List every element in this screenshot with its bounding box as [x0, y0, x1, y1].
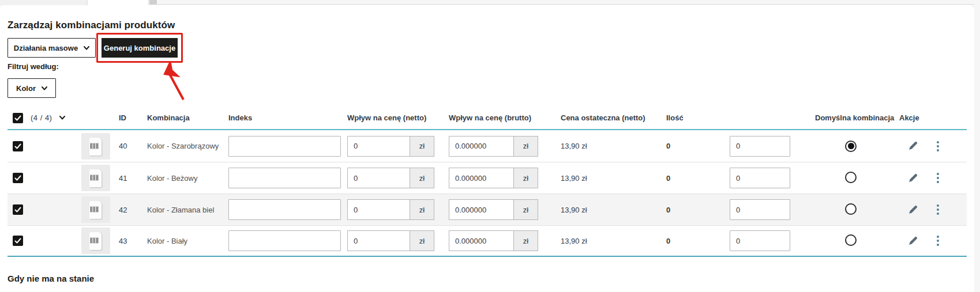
quantity-input[interactable]	[730, 136, 790, 157]
col-header-impact-netto: Wpływ na cenę (netto)	[347, 113, 449, 122]
final-price: 13,90 zł	[561, 174, 666, 183]
combination-id: 43	[119, 237, 147, 245]
col-header-actions: Akcje	[899, 113, 967, 122]
final-price: 13,90 zł	[561, 206, 666, 214]
currency-addon: zł	[513, 136, 538, 157]
product-thumbnail	[81, 196, 110, 223]
combination-id: 40	[119, 142, 147, 150]
kebab-menu-icon[interactable]	[937, 173, 939, 183]
default-combination-radio[interactable]	[845, 172, 857, 183]
tab-inactive[interactable]	[0, 0, 87, 5]
col-header-id: ID	[119, 113, 147, 122]
kebab-menu-icon[interactable]	[937, 204, 939, 215]
currency-addon: zł	[410, 230, 434, 251]
row-checkbox[interactable]	[13, 204, 23, 215]
index-input[interactable]	[228, 168, 341, 188]
impact-brutto-input[interactable]	[449, 230, 513, 251]
quantity-input[interactable]	[730, 168, 790, 188]
stock-value: 0	[666, 142, 730, 150]
tab-edge	[149, 0, 157, 5]
row-checkbox[interactable]	[13, 236, 23, 246]
combination-name: Kolor - Szarobrązowy	[147, 142, 228, 150]
select-all-checkbox[interactable]	[13, 113, 23, 123]
col-header-impact-brutto: Wpływ na cenę (brutto)	[449, 113, 561, 122]
generate-combinations-button[interactable]: Generuj kombinacje	[102, 38, 178, 58]
edit-pencil-icon[interactable]	[908, 173, 918, 183]
col-header-combination: Kombinacja	[147, 113, 228, 122]
bulk-actions-dropdown[interactable]: Działania masowe	[7, 38, 96, 58]
filter-attribute-dropdown[interactable]: Kolor	[7, 78, 56, 98]
currency-addon: zł	[513, 230, 538, 251]
combinations-table: (4 / 4) ID Kombinacja Indeks Wpływ na ce…	[7, 107, 967, 257]
currency-addon: zł	[410, 168, 434, 188]
quantity-input[interactable]	[730, 230, 790, 251]
kebab-menu-icon[interactable]	[937, 141, 939, 151]
impact-netto-input[interactable]	[347, 168, 410, 188]
table-header-row: (4 / 4) ID Kombinacja Indeks Wpływ na ce…	[7, 107, 967, 130]
index-input[interactable]	[228, 136, 341, 157]
product-tabs-strip	[0, 0, 980, 5]
edit-pencil-icon[interactable]	[908, 236, 918, 246]
product-thumbnail	[81, 133, 110, 160]
index-input[interactable]	[228, 199, 341, 220]
stock-value: 0	[666, 174, 730, 183]
annotation-highlight-box: Generuj kombinacje	[96, 33, 183, 63]
index-input[interactable]	[228, 230, 341, 251]
stock-value: 0	[666, 237, 730, 245]
default-combination-radio[interactable]	[845, 203, 857, 215]
combination-name: Kolor - Biały	[147, 237, 228, 245]
row-checkbox[interactable]	[13, 173, 23, 183]
impact-netto-input[interactable]	[347, 230, 410, 251]
impact-netto-input[interactable]	[347, 136, 410, 157]
combination-id: 42	[119, 206, 147, 214]
final-price: 13,90 zł	[561, 142, 666, 150]
col-header-stock: Ilość	[666, 113, 730, 122]
col-header-final-price: Cena ostateczna (netto)	[561, 113, 666, 122]
combination-name: Kolor - Beżowy	[147, 174, 228, 183]
currency-addon: zł	[513, 168, 538, 188]
table-row: 41 Kolor - Beżowy zł zł 13,90 zł 0	[7, 162, 967, 194]
impact-netto-input[interactable]	[347, 199, 410, 220]
kebab-menu-icon[interactable]	[937, 236, 939, 246]
row-checkbox[interactable]	[13, 141, 23, 151]
default-combination-radio[interactable]	[845, 141, 857, 152]
selection-count: (4 / 4)	[31, 113, 52, 122]
currency-addon: zł	[410, 199, 434, 220]
impact-brutto-input[interactable]	[449, 199, 513, 220]
impact-brutto-input[interactable]	[449, 136, 513, 157]
impact-brutto-input[interactable]	[449, 168, 513, 188]
combinations-panel: Zarządzaj kombinacjami produktów Działan…	[0, 5, 974, 292]
product-thumbnail	[81, 165, 110, 191]
bulk-actions-label: Działania masowe	[14, 44, 78, 52]
page-title: Zarządzaj kombinacjami produktów	[7, 20, 175, 31]
col-header-default: Domyślna kombinacja	[815, 113, 899, 122]
filter-selected-value: Kolor	[16, 84, 36, 93]
filter-by-label: Filtruj według:	[7, 62, 59, 71]
table-row: 43 Kolor - Biały zł zł 13,90 zł 0	[7, 225, 967, 257]
table-row: 42 Kolor - Złamana biel zł zł 13,90 zł 0	[7, 194, 967, 225]
tabs-bottom-border	[157, 4, 974, 5]
stock-value: 0	[666, 206, 730, 214]
edit-pencil-icon[interactable]	[908, 141, 918, 151]
default-combination-radio[interactable]	[845, 234, 857, 246]
annotation-arrow	[156, 62, 196, 105]
combination-name: Kolor - Złamana biel	[147, 206, 228, 214]
product-thumbnail	[81, 227, 110, 254]
chevron-down-icon[interactable]	[59, 116, 65, 120]
table-row: 40 Kolor - Szarobrązowy zł zł 13,90 zł 0	[7, 130, 967, 162]
chevron-down-icon	[42, 86, 47, 90]
currency-addon: zł	[513, 199, 538, 220]
currency-addon: zł	[410, 136, 434, 157]
chevron-down-icon	[84, 46, 89, 50]
final-price: 13,90 zł	[561, 237, 666, 245]
out-of-stock-section-heading: Gdy nie ma na stanie	[7, 274, 94, 283]
combination-id: 41	[119, 174, 147, 183]
col-header-index: Indeks	[228, 113, 347, 122]
edit-pencil-icon[interactable]	[908, 205, 918, 215]
quantity-input[interactable]	[730, 199, 790, 220]
